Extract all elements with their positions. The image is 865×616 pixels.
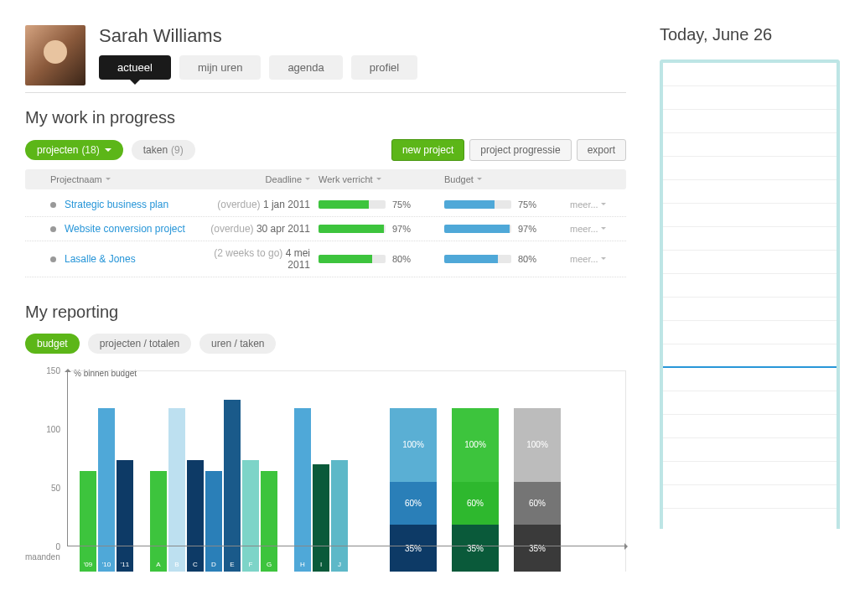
bar-label: B [174,561,179,568]
calendar[interactable] [660,60,840,529]
export-button[interactable]: export [577,139,626,161]
filter-taken-label: taken [143,144,168,156]
werk-progress-bar [319,255,386,263]
filter-projecten-label: projecten [37,144,78,156]
calendar-slot[interactable] [663,438,837,462]
table-row: Strategic business plan(overdue) 1 jan 2… [25,193,626,217]
calendar-slot[interactable] [663,63,837,86]
avatar[interactable] [25,25,85,85]
project-name-link[interactable]: Website conversion project [65,223,185,235]
report-tab-budget[interactable]: budget [25,334,80,354]
tab-profiel[interactable]: profiel [351,55,417,80]
chart-bar[interactable]: F [242,460,259,572]
stacked-group: 35%60%100%35%60%100%35%60%100% [390,408,561,572]
calendar-slot[interactable] [663,227,837,251]
more-link[interactable]: meer... [570,254,606,264]
werk-percent: 80% [392,254,411,264]
calendar-slot[interactable] [663,86,837,110]
stack-segment: 35% [452,525,499,572]
budget-progress-bar [444,200,511,209]
bar-label: '11 [121,561,129,568]
bar-label: '09 [84,561,92,568]
calendar-slot[interactable] [663,251,837,274]
bar-group: HIJjuni [294,408,348,572]
chart-bar[interactable]: G [261,471,277,572]
calendar-slot[interactable] [663,368,837,391]
reporting-title: My reporting [25,303,626,322]
chart-bar[interactable]: A [150,471,167,572]
stack-segment: 35% [514,525,561,572]
table-header: Projectnaam Deadline Werk verricht Budge… [25,169,626,189]
chart-bar[interactable]: B [168,408,185,572]
chart-bar[interactable]: D [205,471,222,572]
deadline-note: (overdue) [210,223,253,235]
calendar-slot[interactable] [663,462,837,485]
tab-mijn-uren[interactable]: mijn uren [179,55,261,80]
bar-label: '10 [102,561,111,568]
stack-segment: 100% [452,408,499,482]
new-project-button[interactable]: new project [391,139,464,161]
calendar-slot[interactable] [663,133,837,157]
bar-label: H [300,561,305,568]
bar-label: I [320,561,322,568]
status-dot-icon [50,256,56,262]
calendar-slot[interactable] [663,415,837,438]
werk-percent: 75% [392,199,411,210]
stacked-bar[interactable]: 35%60%100% [514,408,561,572]
more-link[interactable]: meer... [570,224,606,234]
tab-agenda[interactable]: agenda [269,55,342,80]
x-axis-label: maanden [25,552,60,562]
budget-progress-bar [444,255,511,263]
stacked-bar[interactable]: 35%60%100% [390,408,437,572]
chart-bar[interactable]: '10 [98,408,115,572]
budget-percent: 97% [518,224,536,234]
calendar-slot[interactable] [663,110,837,133]
calendar-slot[interactable] [663,298,837,321]
calendar-slot[interactable] [663,321,837,344]
chart-bar[interactable]: '09 [80,471,96,572]
report-tab-uren-taken[interactable]: uren / taken [199,334,276,354]
th-deadline[interactable]: Deadline [266,174,302,184]
deadline-date: 1 jan 2011 [263,199,310,210]
th-projectnaam[interactable]: Projectnaam [50,174,102,184]
chart-bar[interactable]: '11 [117,460,133,572]
th-werk[interactable]: Werk verricht [319,174,373,184]
chart-bar[interactable]: I [313,464,329,572]
project-name-link[interactable]: Lasalle & Jones [65,253,136,265]
calendar-slot[interactable] [663,391,837,415]
budget-chart: % binnen budget 050100150 '09'10'11juniA… [25,370,626,572]
report-tab-projecten-totalen[interactable]: projecten / totalen [88,334,191,354]
chart-bar[interactable]: C [187,460,204,572]
werk-progress-bar [319,200,386,209]
bar-label: G [267,561,272,568]
calendar-slot[interactable] [663,157,837,180]
calendar-slot[interactable] [663,344,837,368]
deadline-note: (2 weeks to go) [214,247,282,259]
chart-bar[interactable]: J [331,460,348,572]
filter-projecten-count: (18) [81,144,99,156]
project-progressie-button[interactable]: project progressie [469,139,571,161]
table-row: Website conversion project(overdue) 30 a… [25,217,626,241]
filter-taken-count: (9) [171,144,184,156]
stack-segment: 100% [514,408,561,482]
bar-label: A [156,561,160,568]
bar-label: F [249,561,253,568]
sort-caret-icon [305,178,310,183]
chart-bar[interactable]: H [294,408,311,572]
project-name-link[interactable]: Strategic business plan [65,199,168,210]
filter-taken[interactable]: taken (9) [132,140,195,160]
filter-projecten[interactable]: projecten (18) [25,140,123,160]
calendar-slot[interactable] [663,485,837,509]
calendar-slot[interactable] [663,274,837,298]
calendar-slot[interactable] [663,509,837,529]
work-in-progress-title: My work in progress [25,108,626,127]
th-budget[interactable]: Budget [444,174,474,184]
more-link[interactable]: meer... [570,199,606,210]
bar-group: '09'10'11juni [80,408,133,572]
tab-actueel[interactable]: actueel [99,55,171,80]
calendar-slot[interactable] [663,180,837,204]
calendar-slot[interactable] [663,204,837,227]
stacked-bar[interactable]: 35%60%100% [452,408,499,572]
deadline-date: 30 apr 2011 [256,223,310,235]
werk-percent: 97% [392,224,411,234]
